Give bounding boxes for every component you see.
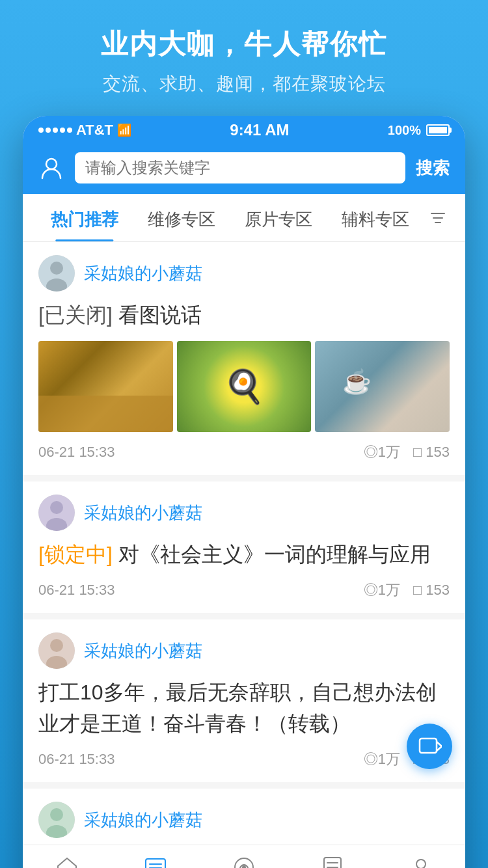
post-title-1: [已关闭] 看图说话	[38, 299, 450, 331]
image-grid-1	[38, 341, 450, 432]
post-title-main-2: 对《社会主义》一词的理解与应用	[118, 543, 431, 566]
battery-fill	[429, 127, 447, 133]
search-input-wrap[interactable]	[75, 152, 405, 183]
post-comments-2: □ 153	[413, 582, 450, 599]
post-views-2: ◎1万	[364, 580, 400, 600]
post-title-main-1: 看图说话	[118, 303, 202, 327]
author-name-2: 采姑娘的小蘑菇	[84, 502, 202, 524]
post-footer-3: 06-21 15:33 ◎1万 □ 153	[38, 750, 450, 769]
post-title-2: [锁定中] 对《社会主义》一词的理解与应用	[38, 539, 450, 570]
content: 采姑娘的小蘑菇 [已关闭] 看图说话 06-21 15:33 ◎1万 □ 153	[23, 242, 465, 845]
post-stats-2: ◎1万 □ 153	[364, 580, 450, 600]
filter-icon[interactable]	[424, 204, 452, 232]
battery-icon	[426, 124, 450, 136]
post-card-2[interactable]: 采姑娘的小蘑菇 [锁定中] 对《社会主义》一词的理解与应用 06-21 15:3…	[23, 481, 465, 613]
svg-point-5	[50, 262, 63, 275]
post-time-1: 06-21 15:33	[38, 444, 115, 461]
post-card-3[interactable]: 采姑娘的小蘑菇 打工10多年，最后无奈辞职，自己想办法创业才是王道！奋斗青春！（…	[23, 619, 465, 782]
author-name-3: 采姑娘的小蘑菇	[84, 640, 202, 662]
sub-title: 交流、求助、趣闻，都在聚玻论坛	[13, 72, 475, 96]
order-icon	[321, 856, 344, 868]
top-banner: 业内大咖，牛人帮你忙 交流、求助、趣闻，都在聚玻论坛	[0, 0, 488, 116]
post-image-1-3	[315, 341, 450, 432]
svg-rect-13	[420, 739, 437, 753]
post-title-3: 打工10多年，最后无奈辞职，自己想办法创业才是王道！奋斗青春！（转载）	[38, 677, 450, 739]
post-header-3: 采姑娘的小蘑菇	[38, 632, 450, 669]
post-views-3: ◎1万	[364, 750, 400, 769]
post-tag-2: [锁定中]	[38, 543, 113, 566]
repair-icon	[232, 856, 256, 868]
nav-order[interactable]: 订单	[288, 856, 377, 868]
avatar-3	[38, 632, 75, 669]
status-right: 100%	[388, 123, 450, 138]
nav-mine[interactable]: 我的	[377, 856, 465, 868]
svg-point-15	[50, 808, 63, 821]
avatar-partial	[38, 802, 75, 838]
nav-repair[interactable]: 维修	[200, 856, 288, 868]
tab-original[interactable]: 原片专区	[230, 194, 327, 241]
post-header-2: 采姑娘的小蘑菇	[38, 495, 450, 531]
search-input[interactable]	[85, 159, 395, 177]
mine-icon	[409, 856, 433, 868]
tab-nav: 热门推荐 维修专区 原片专区 辅料专区	[23, 194, 465, 242]
battery-label: 100%	[388, 123, 421, 138]
status-left: AT&T 📶	[38, 122, 131, 139]
svg-point-8	[50, 501, 63, 514]
post-views-1: ◎1万	[364, 442, 400, 462]
post-card-partial[interactable]: 采姑娘的小蘑菇	[23, 789, 465, 845]
tab-hot[interactable]: 热门推荐	[36, 194, 133, 241]
post-time-3: 06-21 15:33	[38, 751, 115, 768]
author-name-1: 采姑娘的小蘑菇	[84, 262, 202, 285]
float-btn-icon	[417, 734, 442, 759]
post-tag-1: [已关闭]	[38, 303, 113, 327]
post-comments-1: □ 153	[413, 444, 450, 461]
post-header-1: 采姑娘的小蘑菇	[38, 255, 450, 292]
svg-point-0	[46, 159, 57, 169]
float-action-button[interactable]	[407, 724, 452, 769]
tab-repair[interactable]: 维修专区	[133, 194, 230, 241]
signal-dots	[38, 128, 72, 133]
carrier-label: AT&T	[76, 122, 113, 139]
svg-point-11	[50, 639, 63, 652]
search-bar: 搜索	[23, 144, 465, 194]
main-title: 业内大咖，牛人帮你忙	[13, 26, 475, 62]
post-footer-1: 06-21 15:33 ◎1万 □ 153	[38, 442, 450, 462]
wifi-icon: 📶	[117, 123, 131, 137]
search-button[interactable]: 搜索	[413, 157, 452, 180]
status-time: 9:41 AM	[230, 121, 289, 139]
content-wrapper: 采姑娘的小蘑菇 [已关闭] 看图说话 06-21 15:33 ◎1万 □ 153	[23, 242, 465, 868]
post-time-2: 06-21 15:33	[38, 582, 115, 599]
post-image-1-2	[177, 341, 312, 432]
bottom-nav: 首页 论坛 维修	[23, 845, 465, 868]
post-card-1[interactable]: 采姑娘的小蘑菇 [已关闭] 看图说话 06-21 15:33 ◎1万 □ 153	[23, 242, 465, 475]
post-image-1-1	[38, 341, 173, 432]
status-bar: AT&T 📶 9:41 AM 100%	[23, 116, 465, 144]
post-stats-1: ◎1万 □ 153	[364, 442, 450, 462]
forum-icon	[144, 856, 167, 868]
post-footer-2: 06-21 15:33 ◎1万 □ 153	[38, 580, 450, 600]
nav-forum[interactable]: 论坛	[111, 856, 200, 868]
svg-point-27	[416, 860, 426, 868]
user-icon	[38, 155, 64, 181]
home-icon	[55, 856, 79, 868]
user-icon-wrap[interactable]	[36, 152, 67, 183]
nav-home[interactable]: 首页	[23, 856, 111, 868]
tab-material[interactable]: 辅料专区	[327, 194, 424, 241]
avatar-1	[38, 255, 75, 292]
post-title-main-3: 打工10多年，最后无奈辞职，自己想办法创业才是王道！奋斗青春！（转载）	[38, 681, 437, 735]
author-name-partial: 采姑娘的小蘑菇	[84, 809, 202, 832]
avatar-2	[38, 495, 75, 531]
phone-frame: AT&T 📶 9:41 AM 100% 搜索 热门推荐 维修专区	[23, 116, 465, 868]
